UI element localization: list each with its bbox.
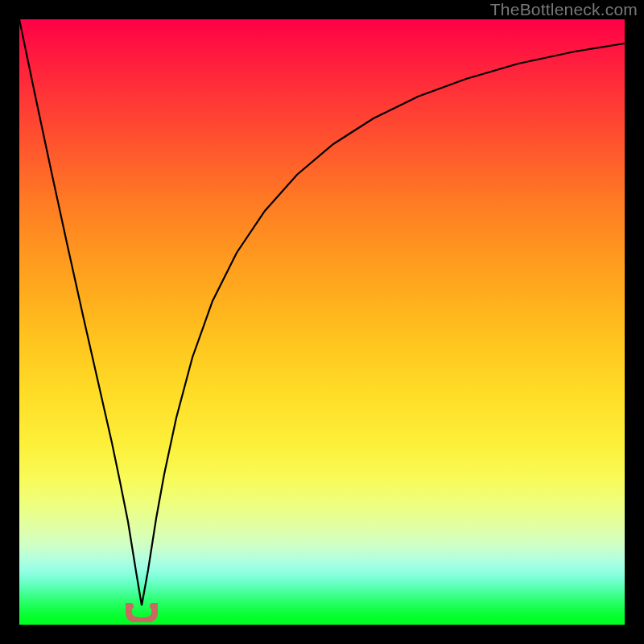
watermark-text: TheBottleneck.com xyxy=(490,0,638,19)
trough-marker xyxy=(126,603,158,622)
svg-point-0 xyxy=(127,603,134,609)
chart-frame: TheBottleneck.com xyxy=(0,0,644,644)
plot-area xyxy=(19,19,625,625)
svg-point-1 xyxy=(150,603,156,609)
bottleneck-curve xyxy=(19,19,625,625)
